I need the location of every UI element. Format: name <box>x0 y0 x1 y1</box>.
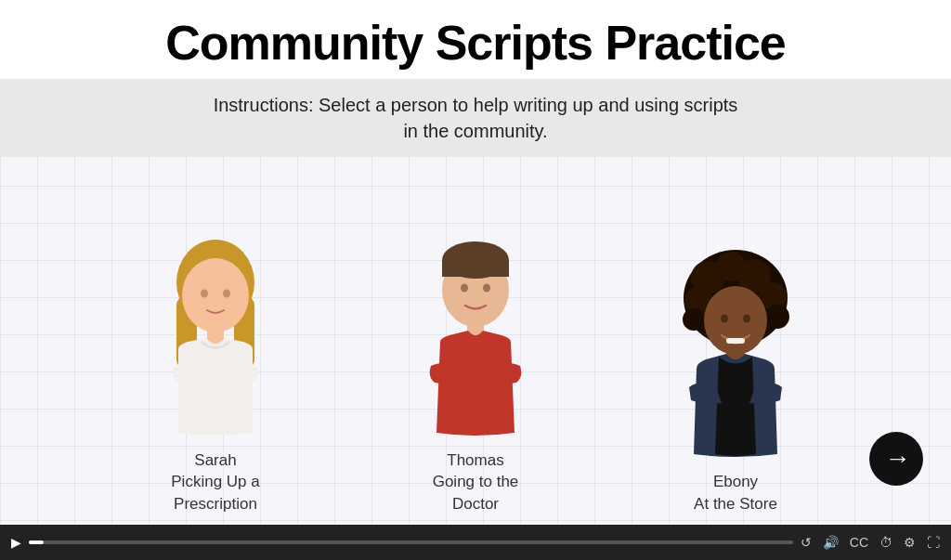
svg-point-6 <box>223 289 230 297</box>
title-section: Community Scripts Practice <box>0 0 951 79</box>
control-icons: ↺ 🔊 CC ⏱ ⚙ ⛶ <box>801 535 940 550</box>
character-card-ebony[interactable]: EbonyAt the Store <box>606 250 866 515</box>
character-card-sarah[interactable]: SarahPicking Up aPrescription <box>85 228 345 515</box>
progress-bar[interactable] <box>29 540 793 544</box>
thomas-label: ThomasGoing to theDoctor <box>423 449 528 515</box>
svg-point-20 <box>765 305 789 329</box>
player-controls-bar: ▶ ↺ 🔊 CC ⏱ ⚙ ⛶ <box>0 525 951 560</box>
characters-section: SarahPicking Up aPrescription <box>0 157 951 525</box>
svg-point-5 <box>201 289 208 297</box>
play-button[interactable]: ▶ <box>11 535 21 550</box>
progress-bar-fill <box>29 540 44 544</box>
svg-point-23 <box>721 315 728 323</box>
svg-point-11 <box>461 283 468 292</box>
thomas-figure-svg <box>383 228 568 442</box>
page-title: Community Scripts Practice <box>19 17 932 70</box>
player-container: Community Scripts Practice Instructions:… <box>0 0 951 560</box>
svg-rect-10 <box>442 260 509 277</box>
ebony-label: EbonyAt the Store <box>684 471 787 515</box>
time-icon[interactable]: ⏱ <box>879 535 892 550</box>
sarah-figure-svg <box>123 228 308 442</box>
sarah-image <box>118 228 313 442</box>
svg-point-4 <box>182 258 249 332</box>
main-content: Community Scripts Practice Instructions:… <box>0 0 951 525</box>
svg-point-24 <box>743 315 750 323</box>
instructions-section: Instructions: Select a person to help wr… <box>0 79 951 157</box>
settings-icon[interactable]: ⚙ <box>904 535 916 550</box>
volume-icon[interactable]: 🔊 <box>823 535 839 550</box>
captions-icon[interactable]: CC <box>850 535 868 550</box>
thomas-image <box>378 228 573 442</box>
next-button[interactable]: → <box>869 432 923 486</box>
ebony-image <box>638 250 833 463</box>
character-card-thomas[interactable]: ThomasGoing to theDoctor <box>345 228 606 515</box>
ebony-figure-svg <box>643 250 828 463</box>
refresh-icon[interactable]: ↺ <box>801 535 812 550</box>
fullscreen-icon[interactable]: ⛶ <box>927 535 940 550</box>
svg-rect-25 <box>726 338 745 344</box>
svg-point-19 <box>683 308 705 331</box>
instructions-text: Instructions: Select a person to help wr… <box>37 92 914 144</box>
svg-point-12 <box>483 283 490 292</box>
next-arrow-icon: → <box>885 444 911 474</box>
sarah-label: SarahPicking Up aPrescription <box>162 449 268 515</box>
